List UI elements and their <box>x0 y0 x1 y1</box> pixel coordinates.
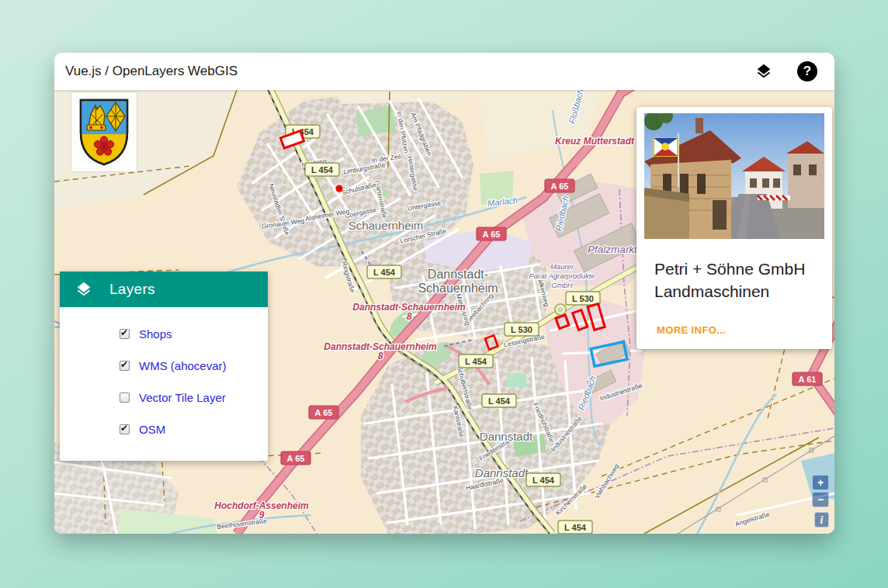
place-label: Dannstadt <box>475 466 529 479</box>
osm-checkbox[interactable] <box>120 424 130 434</box>
poi-label: Maurer <box>550 262 574 271</box>
road-shield: L 454 <box>488 396 511 406</box>
place-label: Schauernheim <box>418 282 498 295</box>
layer-row-wms: WMS (ahocevar) <box>60 350 268 382</box>
layers-toggle-icon[interactable] <box>754 61 774 81</box>
attribution-button[interactable]: i <box>814 512 829 527</box>
layer-row-shops: Shops <box>60 318 268 350</box>
layers-panel-title: Layers <box>109 281 155 298</box>
title-bar: Vue.js / OpenLayers WebGIS ? <box>54 53 834 90</box>
layers-panel: Layers Shops WMS (ahocevar) Vector Tile … <box>60 272 268 461</box>
wms-label[interactable]: WMS (ahocevar) <box>139 359 227 372</box>
exit-label: Kreuz Mutterstadt <box>555 136 635 147</box>
place-label: Dannstadt <box>480 430 533 443</box>
layers-icon <box>755 63 772 80</box>
road-shield: L 530 <box>511 325 532 334</box>
app-window: Vue.js / OpenLayers WebGIS ? <box>54 53 834 534</box>
zoom-out-button[interactable]: − <box>812 492 829 507</box>
zoom-in-button[interactable]: + <box>812 475 829 490</box>
shop-feature[interactable] <box>336 185 343 192</box>
map[interactable]: Neustadter Straße Nordring In der Zeil L… <box>54 90 834 534</box>
poi-label: Pfalzmarkt <box>588 244 638 255</box>
road-shield: A 65 <box>551 182 569 191</box>
feature-photo <box>644 113 824 239</box>
app-title: Vue.js / OpenLayers WebGIS <box>65 64 238 79</box>
road-shield: A 65 <box>315 408 333 417</box>
layers-icon <box>75 281 92 298</box>
poi-label: GmbH <box>551 281 573 289</box>
shops-label[interactable]: Shops <box>139 327 172 341</box>
layers-panel-header: Layers <box>60 272 268 307</box>
road-shield: A 65 <box>287 454 305 463</box>
popup-title: Petri + Söhne GmbH Landmaschinen <box>654 258 821 303</box>
place-label: Dannstadt- <box>428 268 488 281</box>
exit-label: 8 <box>407 311 412 322</box>
road-shield: A 65 <box>483 230 501 239</box>
road-shield: L 530 <box>572 294 594 303</box>
road-shield: L 454 <box>373 268 396 277</box>
feature-popup: Petri + Söhne GmbH Landmaschinen MORE IN… <box>637 107 832 349</box>
exit-label: 8 <box>378 351 383 361</box>
help-icon[interactable]: ? <box>797 61 817 81</box>
layer-row-osm: OSM <box>60 413 268 445</box>
layer-row-vector-tile: Vector Tile Layer <box>60 382 268 413</box>
road-shield: L 454 <box>532 476 555 485</box>
road-shield: L 454 <box>311 165 334 175</box>
coat-of-arms-image <box>71 92 137 171</box>
layers-panel-body: Shops WMS (ahocevar) Vector Tile Layer O… <box>60 307 268 461</box>
road-shield: L 454 <box>465 357 487 366</box>
vector-tile-label[interactable]: Vector Tile Layer <box>139 391 226 404</box>
road-shield: A 61 <box>799 375 817 384</box>
coat-of-arms <box>71 92 137 171</box>
road-shield: L 454 <box>564 523 587 532</box>
exit-label: 9 <box>259 510 265 521</box>
place-label: Schauernheim <box>349 219 424 232</box>
vector-tile-checkbox[interactable] <box>120 393 130 403</box>
more-info-link[interactable]: MORE INFO... <box>657 324 726 336</box>
shops-checkbox[interactable] <box>120 329 130 339</box>
wms-checkbox[interactable] <box>120 361 130 371</box>
osm-label[interactable]: OSM <box>139 423 165 436</box>
poi-label: Parat Agrarprodukte <box>529 272 595 280</box>
